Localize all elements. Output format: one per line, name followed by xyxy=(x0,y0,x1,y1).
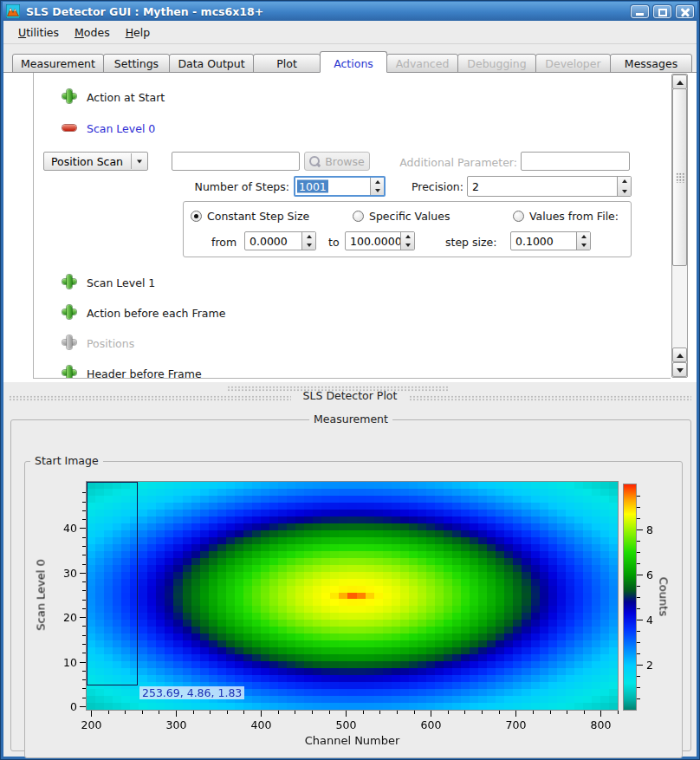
scan-level-0-label[interactable]: Scan Level 0 xyxy=(87,122,155,135)
scan-mode-select[interactable]: Position Scan xyxy=(43,152,148,171)
x-axis-title: Channel Number xyxy=(87,734,618,747)
menu-utilities[interactable]: Utilities xyxy=(10,23,67,42)
values-from-file-label[interactable]: Values from File: xyxy=(529,210,619,223)
arrow-up-icon xyxy=(677,81,684,85)
number-of-steps-value: 1001 xyxy=(297,180,328,193)
specific-values-label[interactable]: Specific Values xyxy=(369,210,450,223)
tab-measurement[interactable]: Measurement xyxy=(12,54,104,73)
scroll-up-button[interactable] xyxy=(672,75,687,89)
add-icon[interactable] xyxy=(62,275,76,289)
step-size-spinbox[interactable]: 0.1000 xyxy=(510,231,591,250)
actions-tab-page: Action at Start Scan Level 0 Position Sc… xyxy=(3,73,697,382)
window-title: SLS Detector GUI : Mythen - mcs6x18+ xyxy=(26,5,626,18)
plot-tooltip: 253.69, 4.86, 1.83 xyxy=(139,686,244,699)
spin-buttons[interactable] xyxy=(370,178,384,195)
step-mode-groupbox: Constant Step Size Specific Values Value… xyxy=(183,201,632,257)
remove-icon[interactable] xyxy=(62,125,76,131)
add-icon[interactable] xyxy=(62,305,76,319)
browse-button-label: Browse xyxy=(325,155,365,168)
spin-buttons[interactable] xyxy=(301,232,315,250)
number-of-steps-spinbox[interactable]: 1001 xyxy=(294,176,386,197)
spin-buttons[interactable] xyxy=(400,232,414,250)
plot-panel: Measurement Start Image Scan Level 0 Cha… xyxy=(3,407,697,757)
tab-developer: Developer xyxy=(535,54,611,73)
spin-up-icon xyxy=(622,179,627,183)
scan-mode-value: Position Scan xyxy=(51,155,123,168)
maximize-icon xyxy=(658,9,667,16)
constant-step-radio[interactable] xyxy=(191,211,202,222)
maximize-button[interactable] xyxy=(653,5,671,18)
step-size-value: 0.1000 xyxy=(515,235,554,248)
browse-button: Browse xyxy=(304,152,370,171)
colorbar-title: Counts xyxy=(658,562,671,632)
tab-plot[interactable]: Plot xyxy=(253,54,321,73)
header-before-frame-label[interactable]: Header before Frame xyxy=(87,367,202,379)
add-icon-disabled xyxy=(62,335,76,349)
heatmap-plot-canvas[interactable] xyxy=(24,467,683,757)
scrollbar-thumb[interactable] xyxy=(672,88,687,266)
specific-values-radio[interactable] xyxy=(353,211,364,222)
menu-modes[interactable]: Modes xyxy=(67,23,118,42)
splitter-label: SLS Detector Plot xyxy=(3,389,697,402)
spin-down-icon xyxy=(375,189,380,192)
y-axis-title: Scan Level 0 xyxy=(35,539,48,652)
spin-buttons[interactable] xyxy=(576,232,590,250)
grip-dots-icon xyxy=(676,172,684,183)
from-spinbox[interactable]: 0.0000 xyxy=(244,231,316,250)
minimize-button[interactable] xyxy=(631,5,649,18)
number-of-steps-label: Number of Steps: xyxy=(177,180,289,193)
add-icon[interactable] xyxy=(62,89,76,103)
titlebar[interactable]: SLS Detector GUI : Mythen - mcs6x18+ xyxy=(3,2,697,21)
additional-parameter-label: Additional Parameter: xyxy=(379,156,517,169)
precision-spinbox[interactable]: 2 xyxy=(467,176,632,197)
precision-label: Precision: xyxy=(398,180,463,193)
to-label: to xyxy=(328,236,340,249)
plot-region: Scan Level 0 Channel Number Counts 253.6… xyxy=(24,467,683,757)
tab-data-output[interactable]: Data Output xyxy=(169,54,254,73)
spin-buttons[interactable] xyxy=(617,177,631,196)
action-before-each-frame-label[interactable]: Action before each Frame xyxy=(87,307,225,320)
additional-parameter-input[interactable] xyxy=(521,152,630,171)
tab-settings[interactable]: Settings xyxy=(103,54,170,73)
start-image-group-title: Start Image xyxy=(30,454,103,467)
constant-step-label[interactable]: Constant Step Size xyxy=(207,210,309,223)
add-icon[interactable] xyxy=(62,366,76,379)
arrow-down-icon xyxy=(677,368,684,373)
minimize-icon xyxy=(636,13,644,16)
app-icon xyxy=(6,4,20,18)
step-size-label: step size: xyxy=(445,236,496,249)
app-window: SLS Detector GUI : Mythen - mcs6x18+ Uti… xyxy=(0,0,700,760)
from-label: from xyxy=(211,236,237,249)
magnifier-icon xyxy=(309,156,321,167)
to-spinbox[interactable]: 100.0000 xyxy=(345,231,415,250)
scan-level-1-label[interactable]: Scan Level 1 xyxy=(87,276,155,289)
menu-bar: Utilities Modes Help xyxy=(3,21,697,44)
tab-advanced: Advanced xyxy=(386,54,458,73)
spin-up-icon xyxy=(375,180,380,184)
close-button[interactable] xyxy=(676,5,694,18)
menu-help[interactable]: Help xyxy=(118,23,159,42)
tab-messages[interactable]: Messages xyxy=(610,54,692,73)
precision-value: 2 xyxy=(472,180,479,193)
scrollbar-track[interactable] xyxy=(672,266,687,348)
chevron-down-icon xyxy=(137,160,142,164)
tab-debugging: Debugging xyxy=(457,54,536,73)
action-at-start-label[interactable]: Action at Start xyxy=(87,91,165,104)
values-from-file-radio[interactable] xyxy=(513,211,524,222)
from-value: 0.0000 xyxy=(250,235,288,248)
splitter-handle[interactable]: SLS Detector Plot xyxy=(3,382,697,407)
actions-scroll-area: Action at Start Scan Level 0 Position Sc… xyxy=(33,73,671,379)
arrow-up-icon xyxy=(677,354,684,358)
positions-label: Positions xyxy=(87,337,134,350)
tab-actions[interactable]: Actions xyxy=(320,51,387,73)
spin-down-icon xyxy=(622,190,627,193)
combo-arrow-segment[interactable] xyxy=(131,153,147,169)
scroll-up-button-2[interactable] xyxy=(672,348,687,362)
vertical-scrollbar[interactable] xyxy=(671,74,688,378)
scroll-down-button[interactable] xyxy=(672,362,687,377)
tab-bar: Measurement Settings Data Output Plot Ac… xyxy=(3,51,697,73)
client-area: Utilities Modes Help Measurement Setting… xyxy=(3,21,697,757)
scan-script-input[interactable] xyxy=(172,152,300,171)
measurement-group-title: Measurement xyxy=(309,412,392,425)
to-value: 100.0000 xyxy=(350,235,402,248)
